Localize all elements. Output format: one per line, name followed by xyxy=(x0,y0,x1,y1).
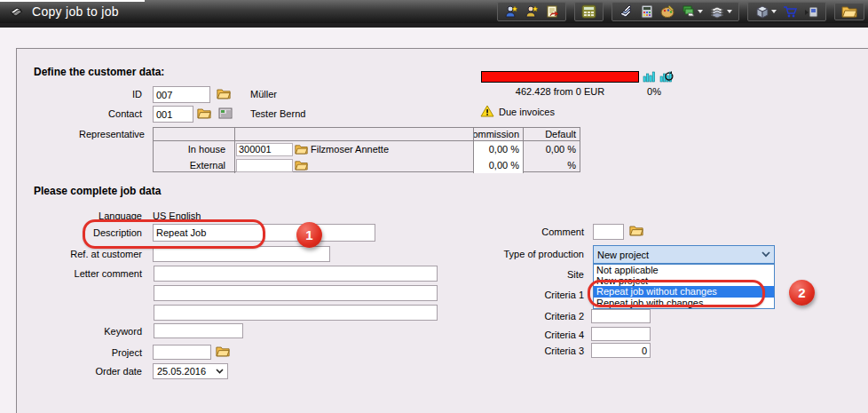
type-of-production-value: New project xyxy=(597,250,649,260)
cart-icon[interactable] xyxy=(783,4,798,19)
order-date-combo[interactable]: 25.05.2016 xyxy=(153,363,228,379)
comment-browse-folder-icon[interactable] xyxy=(629,225,643,236)
catalog-icon[interactable] xyxy=(619,4,634,19)
titlebar-shadow xyxy=(0,23,868,28)
criteria-3-label: Criteria 3 xyxy=(460,345,584,356)
external-commission-field[interactable]: 0,00 % xyxy=(473,157,523,173)
toolbar-group-customer xyxy=(497,2,566,21)
letter-comment-label: Letter comment xyxy=(18,268,142,279)
keyword-field[interactable] xyxy=(154,323,243,338)
rep-row-value-cell: 300001 Filzmoser Annette xyxy=(234,141,473,157)
credit-limit-bar xyxy=(481,71,639,83)
inhouse-commission-field[interactable]: 0,00 % xyxy=(473,141,523,157)
inhouse-default-value: 0,00 % xyxy=(523,141,580,157)
id-label: ID xyxy=(18,89,142,99)
external-id-field[interactable] xyxy=(236,159,293,172)
window-title: Copy job to job xyxy=(32,4,119,19)
project-field[interactable] xyxy=(153,345,211,360)
rep-header-commission: Commission xyxy=(473,128,523,141)
app-stamp-icon xyxy=(9,5,25,18)
chart-bars-icon[interactable] xyxy=(643,70,656,83)
chart-refresh-icon[interactable] xyxy=(659,70,674,83)
chevron-down-icon xyxy=(216,369,224,374)
contact-field[interactable]: 001 xyxy=(153,106,193,123)
representative-label: Representative xyxy=(20,129,145,139)
cards-hand-icon[interactable] xyxy=(682,4,703,19)
credit-percent-text: 0% xyxy=(632,86,676,97)
id-browse-folder-icon[interactable] xyxy=(217,88,231,99)
letter-comment-field-1[interactable] xyxy=(154,266,438,282)
top-edge-highlight xyxy=(0,0,145,2)
customer-name: Müller xyxy=(250,89,277,99)
annotation-highlight-description xyxy=(83,219,265,249)
rep-row-label: External xyxy=(154,157,234,173)
type-of-production-label: Type of production xyxy=(460,249,584,259)
calculator-icon[interactable] xyxy=(640,4,654,19)
toolbar-group-tools xyxy=(612,2,739,21)
rep-row-value-cell xyxy=(234,157,473,173)
title-bar: Copy job to job xyxy=(0,0,868,23)
annotation-highlight-option xyxy=(588,280,765,307)
cube-icon[interactable] xyxy=(754,4,777,19)
chevron-down-icon xyxy=(698,10,703,13)
project-label: Project xyxy=(18,347,142,358)
type-of-production-combo[interactable]: New project xyxy=(593,245,775,264)
toolbar-group-order xyxy=(747,2,826,21)
toolbar-group-grid xyxy=(574,2,604,21)
workstation-exit-icon[interactable] xyxy=(804,4,819,19)
user-add-icon[interactable] xyxy=(504,4,518,19)
order-date-value: 25.05.2016 xyxy=(157,366,206,377)
comment-field[interactable] xyxy=(593,224,624,240)
rep-header-default: Default xyxy=(523,128,580,141)
contact-search-card-icon[interactable] xyxy=(218,107,233,119)
chevron-down-icon xyxy=(761,251,770,258)
credit-amount-text: 462.428 from 0 EUR xyxy=(480,86,640,97)
criteria-2-label: Criteria 2 xyxy=(460,311,584,322)
id-field[interactable]: 007 xyxy=(153,86,210,103)
annotation-step-1-badge: 1 xyxy=(296,222,322,248)
letter-comment-field-3[interactable] xyxy=(154,305,438,321)
site-label: Site xyxy=(460,269,584,280)
toolbar xyxy=(489,1,864,22)
folder-icon[interactable] xyxy=(841,5,857,18)
criteria-1-label: Criteria 1 xyxy=(460,290,584,300)
contact-browse-folder-icon[interactable] xyxy=(197,107,211,119)
ref-at-customer-label: Ref. at customer xyxy=(18,249,142,259)
paper-stack-icon[interactable] xyxy=(709,4,732,19)
letter-comment-field-2[interactable] xyxy=(154,285,438,301)
inhouse-browse-folder-icon[interactable] xyxy=(295,144,308,155)
order-date-label: Order date xyxy=(18,366,142,377)
comment-label: Comment xyxy=(460,226,584,237)
annotation-step-2-badge: 2 xyxy=(789,280,815,306)
criteria-4-label: Criteria 4 xyxy=(460,330,584,340)
criteria-2-field[interactable] xyxy=(591,309,651,323)
external-browse-folder-icon[interactable] xyxy=(295,160,308,171)
criteria-3-field[interactable]: 0 xyxy=(591,343,651,358)
project-browse-folder-icon[interactable] xyxy=(216,345,230,357)
palette-icon[interactable] xyxy=(660,4,675,19)
copy-job-window: Copy job to job xyxy=(0,0,868,413)
chevron-down-icon xyxy=(727,10,732,13)
inhouse-id-field[interactable]: 300001 xyxy=(236,143,293,156)
external-default-value: % xyxy=(523,157,580,173)
representative-table: Commission Default In house 300001 Filzm… xyxy=(153,127,580,172)
grid-calculator-icon[interactable] xyxy=(581,4,596,19)
user-edit-icon[interactable] xyxy=(525,4,539,19)
customer-section-heading: Define the customer data: xyxy=(34,66,164,78)
job-section-heading: Please complete job data xyxy=(34,185,161,197)
inhouse-rep-name: Filzmoser Annette xyxy=(311,144,389,155)
warning-triangle-icon xyxy=(480,105,494,117)
dropdown-option[interactable]: Not applicable xyxy=(594,265,774,275)
toolbar-group-file xyxy=(834,3,864,20)
criteria-4-field[interactable] xyxy=(591,327,651,341)
rep-header-empty2 xyxy=(234,128,473,141)
chevron-down-icon xyxy=(771,10,777,13)
rep-row-label: In house xyxy=(154,141,234,157)
due-invoices-label: Due invoices xyxy=(499,107,555,117)
keyword-label: Keyword xyxy=(18,326,142,337)
note-redo-icon[interactable] xyxy=(545,4,559,19)
contact-name: Tester Bernd xyxy=(250,108,305,119)
contact-label: Contact xyxy=(18,108,142,119)
rep-header-empty xyxy=(154,128,234,141)
